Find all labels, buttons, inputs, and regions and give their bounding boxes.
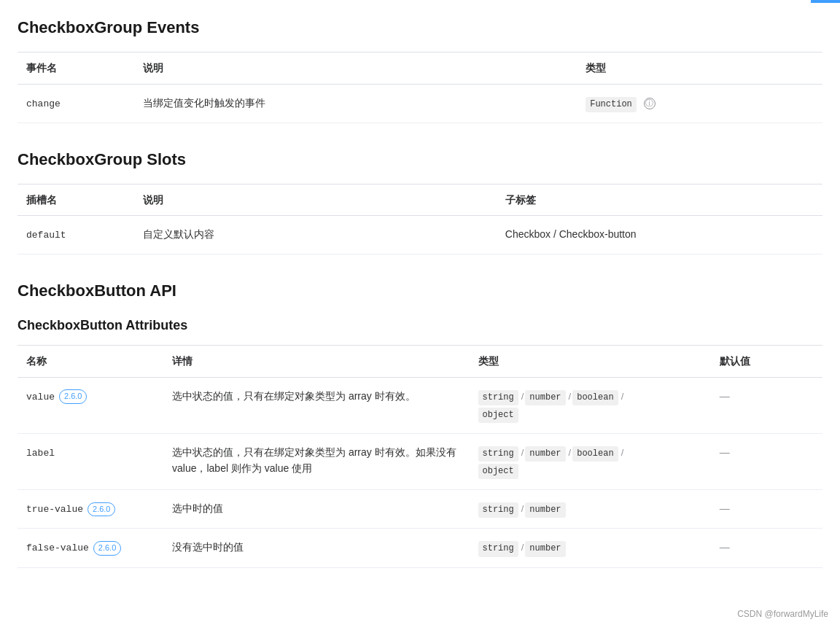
type-badge: boolean (572, 390, 618, 405)
events-col-desc: 说明 (134, 52, 577, 84)
attr-col-type: 类型 (470, 346, 711, 377)
attr-types: string/number/boolean/object (470, 377, 711, 433)
attr-name: false-value2.6.0 (18, 529, 163, 567)
type-badge: object (478, 408, 518, 423)
attr-name: true-value2.6.0 (18, 490, 163, 529)
attr-col-detail: 详情 (163, 346, 470, 377)
table-row: change 当绑定值变化时触发的事件 Function ⓘ (18, 84, 822, 122)
events-section: CheckboxGroup Events 事件名 说明 类型 change 当绑… (18, 15, 822, 123)
attr-types: string/number/boolean/object (470, 433, 711, 489)
attr-types: string/number (470, 529, 711, 567)
checkbox-button-api-title: CheckboxButton API (18, 278, 822, 303)
attr-default: — (711, 377, 822, 433)
slot-subtag: Checkbox / Checkbox-button (497, 216, 822, 254)
attr-default: — (711, 529, 822, 567)
table-row: default 自定义默认内容 Checkbox / Checkbox-butt… (18, 216, 822, 254)
type-badge: string (478, 541, 518, 556)
type-badge: number (525, 446, 565, 462)
event-name: change (18, 84, 134, 122)
attr-name-text: label (26, 448, 55, 459)
table-row: false-value2.6.0没有选中时的值string/number— (18, 529, 822, 567)
events-title: CheckboxGroup Events (18, 15, 822, 40)
events-table: 事件名 说明 类型 change 当绑定值变化时触发的事件 Function ⓘ (18, 52, 822, 123)
attr-description: 选中状态的值，只有在绑定对象类型为 array 时有效。 (163, 377, 470, 433)
attr-name-text: value (26, 392, 55, 402)
attributes-table-header: 名称 详情 类型 默认值 (18, 346, 822, 377)
attributes-subsection: CheckboxButton Attributes 名称 详情 类型 默认值 v… (18, 315, 822, 567)
type-badge: string (478, 446, 518, 462)
version-badge: 2.6.0 (88, 502, 115, 517)
slots-section: CheckboxGroup Slots 插槽名 说明 子标签 default 自… (18, 147, 822, 254)
attr-name-text: true-value (26, 504, 83, 515)
type-badge: object (478, 464, 518, 479)
type-badge: number (525, 390, 565, 405)
attr-name: label (18, 433, 163, 489)
event-description: 当绑定值变化时触发的事件 (134, 84, 577, 122)
events-col-name: 事件名 (18, 52, 134, 84)
type-badge: number (525, 502, 565, 518)
slot-description: 自定义默认内容 (134, 216, 497, 254)
checkbox-button-api-section: CheckboxButton API CheckboxButton Attrib… (18, 278, 822, 568)
table-row: true-value2.6.0选中时的值string/number— (18, 490, 822, 529)
attr-types: string/number (470, 490, 711, 529)
slot-name: default (18, 216, 134, 254)
type-badge: boolean (572, 446, 618, 462)
attr-name-text: false-value (26, 542, 89, 553)
attributes-subtitle: CheckboxButton Attributes (18, 315, 822, 336)
type-badge: number (525, 541, 565, 556)
table-row: label选中状态的值，只有在绑定对象类型为 array 时有效。如果没有 va… (18, 433, 822, 489)
attr-default: — (711, 490, 822, 529)
slots-col-subtag: 子标签 (497, 184, 822, 215)
attr-description: 没有选中时的值 (163, 529, 470, 567)
slots-col-desc: 说明 (134, 184, 497, 215)
info-icon[interactable]: ⓘ (644, 98, 656, 109)
attr-col-default: 默认值 (711, 346, 822, 377)
version-badge: 2.6.0 (59, 389, 87, 404)
slots-table-header: 插槽名 说明 子标签 (18, 184, 822, 215)
attr-col-name: 名称 (18, 346, 163, 377)
attr-description: 选中时的值 (163, 490, 470, 529)
version-badge: 2.6.0 (93, 541, 121, 556)
slots-table: 插槽名 说明 子标签 default 自定义默认内容 Checkbox / Ch… (18, 184, 822, 254)
events-col-type: 类型 (577, 52, 822, 84)
type-badge: string (478, 390, 518, 405)
type-badge: string (478, 502, 518, 518)
slots-title: CheckboxGroup Slots (18, 147, 822, 172)
event-type: Function ⓘ (577, 84, 822, 122)
slots-col-name: 插槽名 (18, 184, 134, 215)
attr-description: 选中状态的值，只有在绑定对象类型为 array 时有效。如果没有 value，l… (163, 433, 470, 489)
attr-name: value2.6.0 (18, 377, 163, 433)
type-badge-function: Function (586, 97, 637, 112)
attributes-table: 名称 详情 类型 默认值 value2.6.0选中状态的值，只有在绑定对象类型为… (18, 345, 822, 568)
attr-default: — (711, 433, 822, 489)
events-table-header: 事件名 说明 类型 (18, 52, 822, 84)
table-row: value2.6.0选中状态的值，只有在绑定对象类型为 array 时有效。st… (18, 377, 822, 433)
top-accent-bar (811, 0, 840, 3)
